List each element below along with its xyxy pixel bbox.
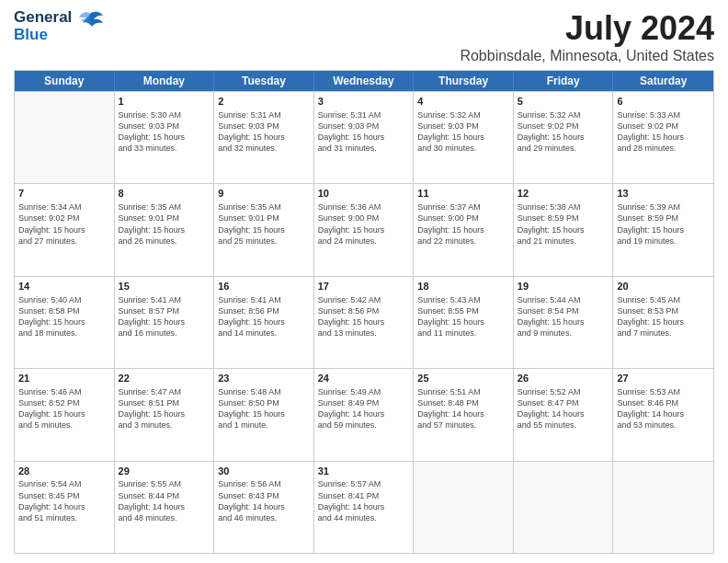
- daylight-minutes: and 18 minutes.: [18, 327, 110, 339]
- sunrise-text: Sunrise: 5:31 AM: [218, 109, 310, 121]
- daylight-text: Daylight: 15 hours: [218, 316, 310, 327]
- sunrise-text: Sunrise: 5:46 AM: [18, 386, 110, 397]
- cal-cell-4-7: 27Sunrise: 5:53 AMSunset: 8:46 PMDayligh…: [613, 369, 713, 460]
- daylight-text: Daylight: 15 hours: [18, 316, 110, 327]
- day-number: 14: [18, 280, 110, 293]
- day-number: 24: [318, 372, 410, 385]
- cal-cell-5-3: 30Sunrise: 5:56 AMSunset: 8:43 PMDayligh…: [214, 462, 314, 553]
- day-number: 28: [18, 465, 110, 478]
- day-number: 16: [218, 280, 310, 293]
- daylight-text: Daylight: 14 hours: [218, 501, 310, 512]
- day-number: 1: [119, 95, 210, 109]
- calendar-row-1: 1Sunrise: 5:30 AMSunset: 9:03 PMDaylight…: [15, 91, 713, 183]
- daylight-minutes: and 27 minutes.: [18, 236, 110, 247]
- day-number: 2: [218, 95, 310, 109]
- daylight-minutes: and 25 minutes.: [218, 236, 310, 247]
- daylight-minutes: and 57 minutes.: [417, 419, 509, 431]
- cal-cell-3-6: 19Sunrise: 5:44 AMSunset: 8:54 PMDayligh…: [514, 277, 614, 368]
- cal-cell-4-6: 26Sunrise: 5:52 AMSunset: 8:47 PMDayligh…: [514, 369, 614, 460]
- calendar-row-3: 14Sunrise: 5:40 AMSunset: 8:58 PMDayligh…: [15, 276, 713, 368]
- header: General Blue July 2024 Robbinsdale, Minn…: [14, 9, 714, 64]
- cal-cell-1-4: 3Sunrise: 5:31 AMSunset: 9:03 PMDaylight…: [314, 92, 415, 183]
- daylight-minutes: and 21 minutes.: [518, 236, 609, 247]
- cal-cell-3-7: 20Sunrise: 5:45 AMSunset: 8:53 PMDayligh…: [613, 277, 713, 368]
- daylight-minutes: and 29 minutes.: [518, 143, 609, 154]
- sunrise-text: Sunrise: 5:54 AM: [18, 478, 110, 489]
- day-number: 5: [518, 95, 609, 109]
- sunset-text: Sunset: 9:00 PM: [417, 213, 509, 224]
- day-number: 7: [18, 187, 110, 201]
- cal-cell-1-5: 4Sunrise: 5:32 AMSunset: 9:03 PMDaylight…: [414, 92, 514, 183]
- daylight-text: Daylight: 15 hours: [18, 408, 110, 419]
- day-number: 9: [218, 187, 310, 201]
- sunrise-text: Sunrise: 5:38 AM: [518, 201, 609, 213]
- sunrise-text: Sunrise: 5:37 AM: [417, 201, 509, 213]
- dow-thursday: Thursday: [414, 71, 514, 91]
- day-number: 30: [218, 465, 310, 478]
- sunrise-text: Sunrise: 5:48 AM: [218, 386, 310, 397]
- cal-cell-2-7: 13Sunrise: 5:39 AMSunset: 8:59 PMDayligh…: [613, 184, 713, 275]
- cal-cell-2-1: 7Sunrise: 5:34 AMSunset: 9:02 PMDaylight…: [15, 184, 115, 275]
- day-number: 21: [18, 372, 110, 385]
- sunrise-text: Sunrise: 5:41 AM: [218, 294, 310, 305]
- daylight-minutes: and 24 minutes.: [318, 236, 410, 247]
- daylight-text: Daylight: 14 hours: [617, 408, 710, 419]
- daylight-minutes: and 59 minutes.: [318, 419, 410, 431]
- cal-cell-1-1: [15, 92, 115, 183]
- daylight-minutes: and 7 minutes.: [617, 327, 710, 339]
- daylight-minutes: and 53 minutes.: [617, 419, 710, 431]
- cal-cell-5-4: 31Sunrise: 5:57 AMSunset: 8:41 PMDayligh…: [314, 462, 415, 553]
- day-number: 12: [518, 187, 609, 201]
- sunset-text: Sunset: 8:56 PM: [218, 305, 310, 316]
- sunset-text: Sunset: 8:53 PM: [617, 305, 710, 316]
- dow-monday: Monday: [115, 71, 215, 91]
- cal-cell-5-5: [414, 462, 514, 553]
- cal-cell-2-3: 9Sunrise: 5:35 AMSunset: 9:01 PMDaylight…: [214, 184, 314, 275]
- sunrise-text: Sunrise: 5:51 AM: [417, 386, 509, 397]
- sunrise-text: Sunrise: 5:32 AM: [518, 109, 609, 121]
- sunrise-text: Sunrise: 5:39 AM: [617, 201, 710, 213]
- calendar-header: Sunday Monday Tuesday Wednesday Thursday…: [15, 71, 713, 91]
- daylight-minutes: and 14 minutes.: [218, 327, 310, 339]
- cal-cell-4-2: 22Sunrise: 5:47 AMSunset: 8:51 PMDayligh…: [115, 369, 215, 460]
- daylight-minutes: and 28 minutes.: [617, 143, 710, 154]
- sunset-text: Sunset: 8:50 PM: [218, 397, 310, 408]
- sunset-text: Sunset: 8:43 PM: [218, 490, 310, 501]
- sunset-text: Sunset: 9:03 PM: [417, 121, 509, 132]
- logo: General Blue: [14, 9, 105, 43]
- cal-cell-1-3: 2Sunrise: 5:31 AMSunset: 9:03 PMDaylight…: [214, 92, 314, 183]
- daylight-text: Daylight: 15 hours: [617, 316, 710, 327]
- sunset-text: Sunset: 8:59 PM: [518, 213, 609, 224]
- daylight-minutes: and 5 minutes.: [18, 419, 110, 431]
- daylight-text: Daylight: 15 hours: [617, 132, 710, 143]
- daylight-text: Daylight: 15 hours: [518, 224, 609, 236]
- daylight-text: Daylight: 14 hours: [318, 408, 410, 419]
- daylight-text: Daylight: 14 hours: [318, 501, 410, 512]
- daylight-text: Daylight: 15 hours: [119, 132, 210, 143]
- sunrise-text: Sunrise: 5:47 AM: [119, 386, 210, 397]
- day-number: 10: [318, 187, 410, 201]
- cal-cell-1-6: 5Sunrise: 5:32 AMSunset: 9:02 PMDaylight…: [514, 92, 614, 183]
- daylight-text: Daylight: 15 hours: [518, 132, 609, 143]
- page: General Blue July 2024 Robbinsdale, Minn…: [0, 0, 728, 563]
- day-number: 18: [417, 280, 509, 293]
- day-number: 19: [518, 280, 609, 293]
- calendar-row-5: 28Sunrise: 5:54 AMSunset: 8:45 PMDayligh…: [15, 461, 713, 553]
- page-title: July 2024: [460, 9, 714, 48]
- daylight-minutes: and 16 minutes.: [119, 327, 210, 339]
- sunset-text: Sunset: 8:59 PM: [617, 213, 710, 224]
- cal-cell-2-2: 8Sunrise: 5:35 AMSunset: 9:01 PMDaylight…: [115, 184, 215, 275]
- sunset-text: Sunset: 8:47 PM: [518, 397, 609, 408]
- daylight-minutes: and 51 minutes.: [18, 512, 110, 523]
- sunrise-text: Sunrise: 5:34 AM: [18, 201, 110, 213]
- day-number: 15: [119, 280, 210, 293]
- daylight-text: Daylight: 15 hours: [318, 132, 410, 143]
- dow-saturday: Saturday: [613, 71, 713, 91]
- day-number: 29: [119, 465, 210, 478]
- sunset-text: Sunset: 8:41 PM: [318, 490, 410, 501]
- logo-bird-icon: [75, 6, 105, 40]
- day-number: 11: [417, 187, 509, 201]
- daylight-minutes: and 22 minutes.: [417, 236, 509, 247]
- daylight-text: Daylight: 15 hours: [119, 224, 210, 236]
- cal-cell-3-5: 18Sunrise: 5:43 AMSunset: 8:55 PMDayligh…: [414, 277, 514, 368]
